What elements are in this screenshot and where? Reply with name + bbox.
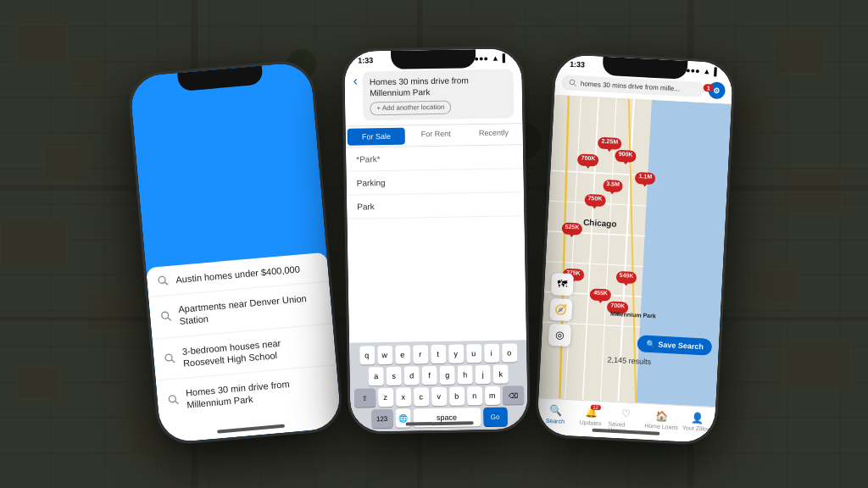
nav-your-zillow[interactable]: 👤 Your Zillow bbox=[678, 409, 715, 440]
right-search-input[interactable]: homes 30 mins drive from mille... bbox=[561, 75, 704, 97]
tab-bar-mid: For Sale For Rent Recently bbox=[346, 124, 523, 148]
autocomplete-row-3[interactable]: Park bbox=[347, 192, 524, 219]
keyboard-row-1: q w e r t y u i o bbox=[351, 343, 525, 365]
keyboard-row-3: ⇧ z x c v b n m ⌫ bbox=[352, 385, 526, 408]
autocomplete-row-2[interactable]: Parking bbox=[346, 169, 523, 196]
key-s[interactable]: s bbox=[387, 366, 402, 385]
svg-point-6 bbox=[169, 396, 176, 403]
map-pin-10[interactable]: 455K bbox=[590, 287, 611, 300]
compass-icon[interactable]: 🧭 bbox=[549, 297, 572, 320]
map-pin-6[interactable]: 750K bbox=[584, 193, 605, 206]
phone-middle: 1:33 ●●● ▲ ▌ ‹ Homes 30 mins drive fromM… bbox=[342, 46, 531, 435]
tab-for-sale[interactable]: For Sale bbox=[348, 128, 406, 146]
suggestion-text-4: Homes 30 min drive from Millennium Park bbox=[185, 374, 329, 411]
key-w[interactable]: w bbox=[377, 345, 392, 363]
mid-search-box[interactable]: Homes 30 mins drive fromMillennium Park … bbox=[363, 69, 515, 120]
key-o[interactable]: o bbox=[502, 343, 517, 362]
suggestion-text-1: Austin homes under $400,000 bbox=[175, 263, 300, 286]
suggestion-text-3: 3-bedroom houses near Roosevelt High Sch… bbox=[181, 333, 326, 369]
svg-line-3 bbox=[168, 318, 171, 321]
key-y[interactable]: y bbox=[448, 344, 464, 363]
key-i[interactable]: i bbox=[484, 343, 499, 362]
key-n[interactable]: n bbox=[466, 386, 481, 405]
phone-left-screen: Austin homes under $400,000 Apartments n… bbox=[129, 61, 342, 443]
save-search-label: Save Search bbox=[658, 340, 704, 351]
svg-point-0 bbox=[159, 276, 166, 284]
key-h[interactable]: h bbox=[458, 365, 473, 384]
map-pin-9[interactable]: 549K bbox=[615, 270, 637, 283]
nav-zillow-icon: 👤 bbox=[691, 411, 704, 424]
phone-right: 1:33 ●●● ▲ ▌ homes 30 mins drive from mi… bbox=[534, 51, 737, 446]
nav-zillow-label: Your Zillow bbox=[682, 424, 711, 432]
nav-search[interactable]: 🔍 Search bbox=[537, 402, 574, 432]
nav-loans-icon: 🏠 bbox=[655, 409, 669, 422]
phone-right-notch bbox=[602, 56, 687, 79]
svg-point-2 bbox=[161, 312, 169, 319]
key-123[interactable]: 123 bbox=[371, 408, 392, 427]
results-count: 2,145 results bbox=[607, 355, 651, 366]
svg-line-21 bbox=[553, 95, 576, 398]
save-search-button[interactable]: 🔍 Save Search bbox=[637, 335, 712, 356]
phone-left: Austin homes under $400,000 Apartments n… bbox=[126, 58, 345, 446]
key-u[interactable]: u bbox=[466, 344, 481, 363]
status-icons-right: ●●● ▲ ▌ bbox=[686, 65, 720, 75]
map-pin-2[interactable]: 700K bbox=[577, 153, 598, 166]
key-delete[interactable]: ⌫ bbox=[502, 385, 523, 404]
battery-icon-right: ▌ bbox=[714, 67, 720, 75]
map-pin-5[interactable]: 1.1M bbox=[635, 171, 655, 184]
nav-saved-icon: ♡ bbox=[621, 408, 632, 420]
add-location-button[interactable]: + Add another location bbox=[370, 100, 451, 115]
key-g[interactable]: g bbox=[440, 365, 455, 384]
key-c[interactable]: c bbox=[413, 387, 428, 406]
filter-badge: 1 bbox=[704, 83, 714, 92]
signal-icon-right: ●●● bbox=[686, 65, 700, 75]
search-icon-right bbox=[569, 78, 578, 87]
key-d[interactable]: d bbox=[404, 366, 420, 385]
map-pin-7[interactable]: 525K bbox=[561, 222, 582, 235]
svg-line-5 bbox=[171, 359, 175, 363]
main-scene: Austin homes under $400,000 Apartments n… bbox=[0, 0, 868, 488]
key-m[interactable]: m bbox=[484, 385, 499, 404]
map-pin-1[interactable]: 2.25M bbox=[598, 136, 621, 149]
nav-search-icon: 🔍 bbox=[549, 403, 563, 416]
keyboard: q w e r t y u i o a s d f g h j bbox=[349, 340, 528, 432]
phone-mid-notch bbox=[391, 49, 476, 69]
key-f[interactable]: f bbox=[422, 366, 437, 385]
key-x[interactable]: x bbox=[395, 387, 410, 406]
autocomplete-row-1[interactable]: *Park* bbox=[346, 145, 523, 172]
nav-updates-label: Updates bbox=[579, 419, 601, 425]
svg-line-13 bbox=[546, 261, 643, 266]
key-j[interactable]: j bbox=[475, 364, 490, 383]
key-t[interactable]: t bbox=[431, 344, 446, 363]
tab-for-rent[interactable]: For Rent bbox=[407, 125, 465, 146]
key-v[interactable]: v bbox=[431, 386, 446, 405]
map-overlay-icons: 🗺 🧭 ◎ bbox=[548, 272, 574, 346]
map-pin-3[interactable]: 900K bbox=[615, 149, 636, 162]
filter-icon: ⚙ bbox=[713, 86, 721, 94]
svg-line-10 bbox=[550, 170, 648, 175]
key-shift[interactable]: ⇧ bbox=[353, 388, 375, 407]
key-b[interactable]: b bbox=[448, 386, 464, 405]
search-icon-1 bbox=[157, 274, 170, 287]
svg-point-4 bbox=[165, 354, 173, 362]
wifi-icon-right: ▲ bbox=[703, 66, 710, 75]
phone-left-blue-area bbox=[129, 61, 326, 267]
key-r[interactable]: r bbox=[413, 345, 428, 363]
signal-icon: ●●● bbox=[474, 53, 487, 62]
map-area[interactable]: Chicago 2.25M 700K 900K 3.5M 1.1M 750K 5… bbox=[538, 94, 731, 406]
search-icon-3 bbox=[164, 352, 176, 364]
key-go[interactable]: Go bbox=[483, 407, 507, 425]
status-time-right: 1:33 bbox=[570, 59, 586, 69]
map-pin-4[interactable]: 3.5M bbox=[603, 179, 623, 191]
phone-right-screen: 1:33 ●●● ▲ ▌ homes 30 mins drive from mi… bbox=[537, 53, 733, 442]
location-icon[interactable]: ◎ bbox=[548, 323, 571, 346]
back-arrow-icon[interactable]: ‹ bbox=[353, 73, 358, 88]
tab-recently[interactable]: Recently bbox=[465, 124, 523, 145]
map-icon[interactable]: 🗺 bbox=[551, 272, 574, 295]
key-z[interactable]: z bbox=[377, 387, 392, 406]
key-k[interactable]: k bbox=[492, 364, 508, 383]
key-q[interactable]: q bbox=[359, 346, 375, 364]
key-a[interactable]: a bbox=[369, 367, 384, 385]
key-e[interactable]: e bbox=[395, 345, 410, 363]
save-search-icon: 🔍 bbox=[646, 339, 656, 348]
